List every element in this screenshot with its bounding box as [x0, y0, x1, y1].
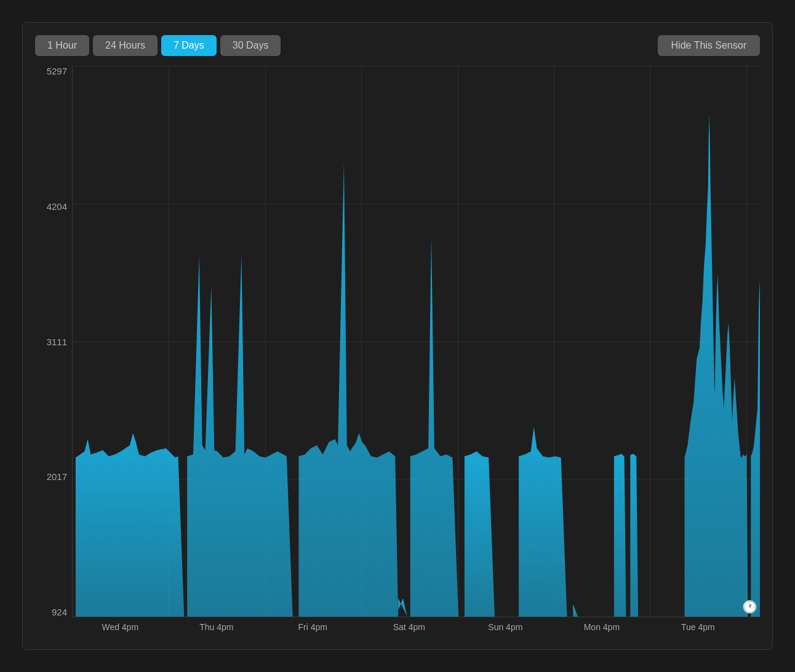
x-label-sun: Sun 4pm: [488, 622, 522, 632]
toolbar: 1 Hour 24 Hours 7 Days 30 Days Hide This…: [35, 35, 760, 56]
svg-marker-4: [410, 237, 458, 617]
svg-marker-2: [298, 164, 398, 617]
svg-marker-11: [751, 280, 760, 617]
svg-marker-6: [519, 427, 567, 617]
x-axis: Wed 4pm Thu 4pm Fri 4pm Sat 4pm Sun 4pm …: [72, 617, 760, 637]
btn-7days[interactable]: 7 Days: [161, 35, 217, 56]
svg-marker-0: [76, 433, 184, 617]
x-label-wed: Wed 4pm: [102, 622, 138, 632]
y-label-2: 3111: [47, 337, 67, 347]
chart-container: 1 Hour 24 Hours 7 Days 30 Days Hide This…: [22, 22, 773, 650]
y-axis: 5297 4204 3111 2017 924: [35, 66, 72, 637]
x-label-sat: Sat 4pm: [393, 622, 425, 632]
y-label-3: 2017: [47, 471, 67, 482]
y-label-1: 4204: [47, 201, 67, 212]
chart-svg: [73, 66, 760, 617]
btn-1hour[interactable]: 1 Hour: [35, 35, 89, 56]
svg-marker-7: [573, 604, 578, 617]
svg-marker-5: [465, 452, 495, 617]
x-label-mon: Mon 4pm: [584, 622, 620, 632]
x-label-thu: Thu 4pm: [199, 622, 233, 632]
svg-marker-9: [630, 454, 638, 617]
svg-marker-1: [187, 255, 292, 617]
chart-inner: 🕐 Wed 4pm Thu 4pm Fri 4pm Sat 4pm Sun 4p…: [72, 66, 760, 637]
x-label-tue: Tue 4pm: [681, 622, 715, 632]
hide-sensor-button[interactable]: Hide This Sensor: [658, 35, 760, 56]
btn-24hours[interactable]: 24 Hours: [93, 35, 158, 56]
x-label-fri: Fri 4pm: [298, 622, 327, 632]
chart-area: 5297 4204 3111 2017 924: [35, 66, 760, 637]
btn-30days[interactable]: 30 Days: [220, 35, 281, 56]
y-label-0: 5297: [47, 66, 67, 76]
svg-marker-8: [614, 454, 626, 617]
svg-marker-10: [685, 115, 748, 617]
clock-icon: 🕐: [742, 599, 757, 614]
svg-marker-3: [398, 598, 407, 617]
chart-plot: 🕐: [72, 66, 760, 617]
y-label-4: 924: [52, 607, 67, 617]
